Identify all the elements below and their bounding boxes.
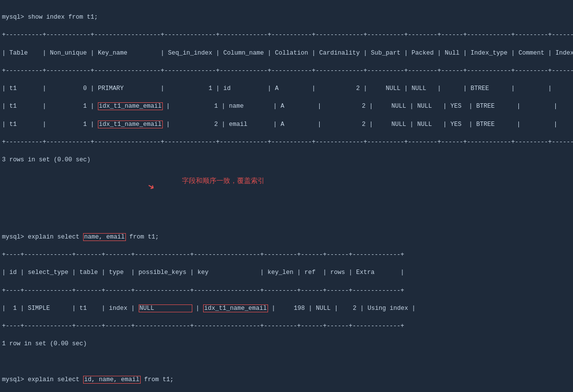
line-row2: | t1 | 1 | idx_t1_name_email | 1 | name … xyxy=(2,102,571,111)
terminal-content: mysql> show index from t1; +----------+-… xyxy=(0,0,573,195)
line-sep-e1c: +----+-------------+-------+-------+----… xyxy=(2,322,571,331)
line-row3: | t1 | 1 | idx_t1_name_email | 2 | email… xyxy=(2,120,571,129)
line-row1: | t1 | 0 | PRIMARY | 1 | id | A | 2 | NU… xyxy=(2,84,571,93)
line-blank-2 xyxy=(2,358,571,366)
line-explain-1: mysql> explain select name, email from t… xyxy=(2,233,571,241)
line-header-e1: | id | select_type | table | type | poss… xyxy=(2,268,571,277)
annotation-label: 字段和顺序一致，覆盖索引 xyxy=(182,177,265,185)
line-rows-count-2: 1 row in set (0.00 sec) xyxy=(2,339,571,348)
line-data-e1: | 1 | SIMPLE | t1 | index | NULL | idx_t… xyxy=(2,304,571,313)
highlight-idx-name-email-1: idx_t1_name_email xyxy=(98,102,163,110)
highlight-null-1: NULL xyxy=(139,304,192,312)
line-sep-2: +----------+------------+---------------… xyxy=(2,66,571,75)
highlight-name-email: name, email xyxy=(83,233,126,241)
highlight-id-name-email: id, name, email xyxy=(83,376,141,384)
line-sep-e1b: +----+-------------+-------+-------+----… xyxy=(2,286,571,295)
terminal-window: mysql> show index from t1; +----------+-… xyxy=(0,0,573,392)
line-sep-1: +----------+------------+---------------… xyxy=(2,30,571,39)
line-header: | Table | Non_unique | Key_name | Seq_in… xyxy=(2,49,571,58)
line-blank-1 xyxy=(2,173,571,182)
highlight-idx-name-email-2: idx_t1_name_email xyxy=(98,121,163,128)
annotation-area: ➜ 字段和顺序一致，覆盖索引 xyxy=(0,195,573,220)
line-1: mysql> show index from t1; xyxy=(2,13,571,22)
highlight-idx-e1: idx_t1_name_email xyxy=(203,304,268,312)
line-rows-count-1: 3 rows in set (0.00 sec) xyxy=(2,155,571,164)
line-sep-3: +----------+------------+---------------… xyxy=(2,138,571,147)
line-sep-e1a: +----+-------------+-------+-------+----… xyxy=(2,250,571,259)
terminal-content-2: mysql> explain select name, email from t… xyxy=(0,220,573,392)
line-explain-2: mysql> explain select id, name, email fr… xyxy=(2,375,571,384)
